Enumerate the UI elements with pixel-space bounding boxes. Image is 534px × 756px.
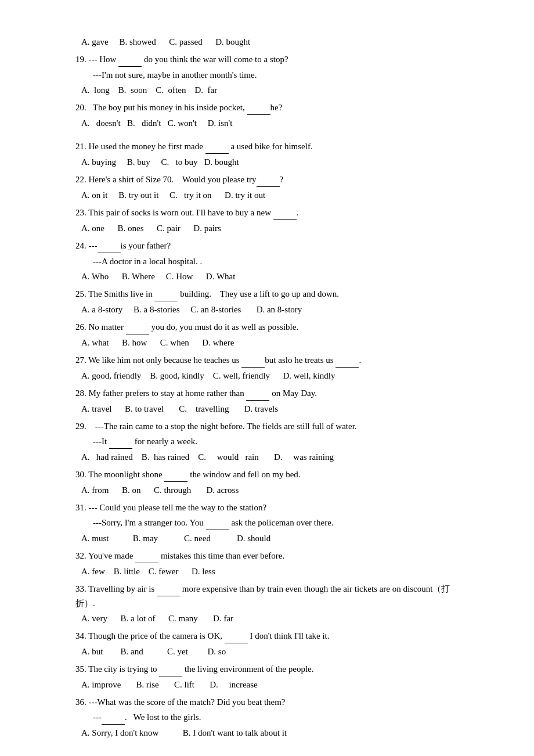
q27-text: 27. We like him not only because he teac… — [75, 353, 459, 368]
q34-options: A. but B. and C. yet D. so — [75, 645, 459, 658]
q26-options: A. what B. how C. when D. where — [75, 336, 459, 350]
question-20: 20. The boy put his money in his inside … — [75, 100, 459, 130]
q32-text: 32. You've made mistakes this time than … — [75, 549, 459, 563]
question-31: 31. --- Could you please tell me the way… — [75, 501, 459, 545]
question-30: 30. The moonlight shone the window and f… — [75, 467, 459, 497]
q27-blank1 — [241, 353, 265, 368]
q36-options: A. Sorry, I don't know B. I don't want t… — [75, 726, 459, 740]
q24-sub: ---A doctor in a local hospital. . — [75, 254, 459, 268]
q26-text: 26. No matter you do, you must do it as … — [75, 320, 459, 334]
question-35: 35. The city is trying to the living env… — [75, 662, 459, 692]
question-24: 24. --- is your father? ---A doctor in a… — [75, 239, 459, 283]
q25-blank — [154, 287, 178, 301]
q34-blank — [225, 629, 248, 643]
top-options-block: A. gave B. showed C. passed D. bought — [75, 35, 459, 49]
q32-options: A. few B. little C. fewer D. less — [75, 564, 459, 578]
question-22: 22. Here's a shirt of Size 70. Would you… — [75, 172, 459, 202]
q36-text: 36. ---What was the score of the match? … — [75, 695, 459, 709]
q35-text: 35. The city is trying to the living env… — [75, 662, 459, 676]
q27-blank2 — [335, 353, 359, 368]
question-21: 21. He used the money he first made a us… — [75, 139, 459, 169]
q24-blank — [98, 239, 121, 253]
q23-text: 23. This pair of socks is worn out. I'll… — [75, 206, 459, 220]
question-34: 34. Though the price of the camera is OK… — [75, 629, 459, 658]
q21-blank — [205, 139, 229, 154]
q19-text: 19. --- How do you think the war will co… — [75, 52, 459, 67]
q32-blank — [135, 549, 158, 563]
q28-options: A. travel B. to travel C. travelling D. … — [75, 402, 459, 416]
q29-options: A. had rained B. has rained C. would rai… — [75, 450, 459, 464]
q30-options: A. from B. on C. through D. across — [75, 483, 459, 497]
q19-options: A. long B. soon C. often D. far — [75, 83, 459, 97]
question-25: 25. The Smiths live in building. They us… — [75, 287, 459, 316]
question-23: 23. This pair of socks is worn out. I'll… — [75, 206, 459, 235]
q31-options: A. must B. may C. need D. should — [75, 531, 459, 545]
q19-sub: ---I'm not sure, maybe in another month'… — [75, 68, 459, 82]
question-29: 29. ---The rain came to a stop the night… — [75, 419, 459, 464]
q28-blank — [246, 386, 269, 401]
q22-text: 22. Here's a shirt of Size 70. Would you… — [75, 172, 459, 187]
q23-blank — [273, 206, 297, 220]
q29-blank — [109, 434, 132, 449]
q22-options: A. on it B. try out it C. try it on D. t… — [75, 188, 459, 202]
q26-blank — [126, 320, 149, 334]
q33-text: 33. Travelling by air is more expensive … — [75, 582, 459, 610]
question-26: 26. No matter you do, you must do it as … — [75, 320, 459, 350]
q24-text: 24. --- is your father? — [75, 239, 459, 253]
q25-text: 25. The Smiths live in building. They us… — [75, 287, 459, 301]
q24-options: A. Who B. Where C. How D. What — [75, 269, 459, 283]
q20-text: 20. The boy put his money in his inside … — [75, 100, 459, 115]
question-27: 27. We like him not only because he teac… — [75, 353, 459, 383]
question-19: 19. --- How do you think the war will co… — [75, 52, 459, 97]
q20-options: A. doesn't B. didn't C. won't D. isn't — [75, 116, 459, 130]
q36-sub: --- . We lost to the girls. — [75, 710, 459, 725]
q21-text: 21. He used the money he first made a us… — [75, 139, 459, 154]
question-36: 36. ---What was the score of the match? … — [75, 695, 459, 740]
q36-blank — [102, 710, 125, 725]
question-28: 28. My father prefers to stay at home ra… — [75, 386, 459, 416]
q31-sub: ---Sorry, I'm a stranger too. You ask th… — [75, 516, 459, 530]
q31-text: 31. --- Could you please tell me the way… — [75, 501, 459, 514]
q20-blank — [247, 100, 270, 115]
q34-text: 34. Though the price of the camera is OK… — [75, 629, 459, 643]
q29-text: 29. ---The rain came to a stop the night… — [75, 419, 459, 433]
question-32: 32. You've made mistakes this time than … — [75, 549, 459, 578]
top-options-text: A. gave B. showed C. passed D. bought — [81, 37, 250, 46]
q21-options: A. buying B. buy C. to buy D. bought — [75, 155, 459, 169]
q31-blank — [206, 516, 229, 530]
q35-options: A. improve B. rise C. lift D. increase — [75, 678, 459, 692]
exam-content: A. gave B. showed C. passed D. bought 19… — [75, 35, 459, 740]
q35-blank — [159, 662, 182, 676]
q33-blank — [157, 582, 180, 596]
question-33: 33. Travelling by air is more expensive … — [75, 582, 459, 625]
q33-options: A. very B. a lot of C. many D. far — [75, 611, 459, 625]
q23-options: A. one B. ones C. pair D. pairs — [75, 221, 459, 235]
q30-blank — [164, 467, 187, 482]
q19-blank — [118, 52, 142, 67]
q22-blank — [257, 172, 280, 187]
q28-text: 28. My father prefers to stay at home ra… — [75, 386, 459, 401]
q30-text: 30. The moonlight shone the window and f… — [75, 467, 459, 482]
q29-sub: ---It for nearly a week. — [75, 434, 459, 449]
q25-options: A. a 8-story B. a 8-stories C. an 8-stor… — [75, 303, 459, 316]
q27-options: A. good, friendly B. good, kindly C. wel… — [75, 369, 459, 383]
top-options-line: A. gave B. showed C. passed D. bought — [75, 35, 459, 49]
